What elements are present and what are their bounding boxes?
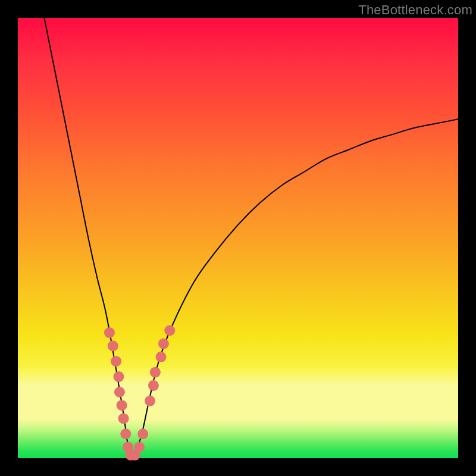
curve-svg — [18, 18, 458, 458]
marker-dot — [150, 367, 161, 378]
marker-dot — [120, 428, 131, 439]
marker-dot — [134, 442, 145, 453]
bottleneck-curve — [44, 18, 458, 458]
marker-dot — [118, 413, 129, 424]
marker-dot — [156, 352, 167, 362]
marker-dot — [164, 325, 175, 336]
marker-dot — [137, 428, 148, 439]
marker-dot — [104, 327, 115, 338]
marker-dot — [114, 387, 125, 397]
marker-dot — [148, 380, 159, 391]
marker-dot — [108, 340, 118, 351]
marker-dot — [145, 396, 155, 406]
chart-frame: TheBottleneck.com — [0, 0, 476, 476]
marker-dot — [111, 356, 121, 367]
marker-dot — [113, 371, 124, 382]
watermark-text: TheBottleneck.com — [358, 2, 472, 18]
marker-dot — [158, 339, 169, 349]
marker-dot — [117, 400, 127, 411]
plot-area — [18, 18, 458, 458]
